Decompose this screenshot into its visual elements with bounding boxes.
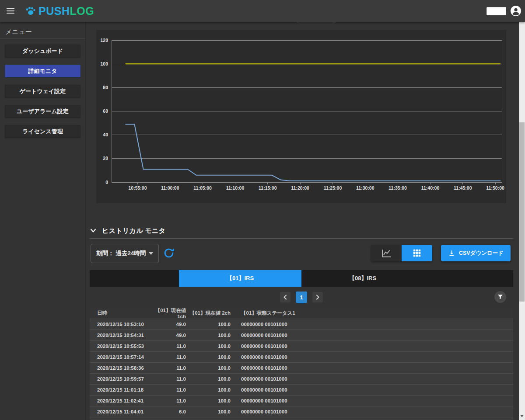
table-row: 2020/12/15 10:58:3611.0100.000000000 001… xyxy=(90,362,513,373)
filter-button[interactable] xyxy=(494,291,506,303)
svg-text:11:30:00: 11:30:00 xyxy=(356,185,374,191)
prev-page-button[interactable] xyxy=(280,292,290,302)
csv-download-label: CSVダウンロード xyxy=(459,250,504,257)
svg-text:120: 120 xyxy=(100,38,108,43)
sidebar-title: メニュー xyxy=(0,22,85,38)
collapsed-panel-button-partial[interactable] xyxy=(297,22,336,23)
next-page-button[interactable] xyxy=(312,292,323,302)
realtime-line-chart: 02040608010012010:55:0011:00:0011:05:001… xyxy=(96,30,506,205)
svg-text:11:05:00: 11:05:00 xyxy=(193,185,212,191)
paw-icon xyxy=(24,5,37,17)
svg-text:0: 0 xyxy=(105,180,108,185)
main-content: 02040608010012010:55:0011:00:0011:05:001… xyxy=(86,22,519,420)
chart-view-button[interactable] xyxy=(371,245,402,261)
hamburger-menu-icon[interactable] xyxy=(5,5,17,17)
account-icon[interactable] xyxy=(510,5,522,17)
svg-text:10:55:00: 10:55:00 xyxy=(128,185,147,191)
svg-text:20: 20 xyxy=(103,156,108,161)
section-divider xyxy=(90,238,513,239)
historical-title: ヒストリカル モニタ xyxy=(102,227,165,235)
svg-text:11:35:00: 11:35:00 xyxy=(388,185,407,191)
column-header: 日時 xyxy=(90,310,154,316)
grid-icon xyxy=(413,249,421,257)
svg-text:11:20:00: 11:20:00 xyxy=(291,185,309,191)
tab[interactable]: 【08】IRS xyxy=(301,270,424,287)
svg-text:11:25:00: 11:25:00 xyxy=(324,185,342,191)
view-toggle xyxy=(371,245,432,261)
svg-text:80: 80 xyxy=(103,85,108,90)
historical-section-header: ヒストリカル モニタ xyxy=(90,226,165,236)
header-white-button[interactable] xyxy=(486,7,506,15)
tab-bar: 【01】IRS【08】IRS xyxy=(90,270,513,287)
page-scrollbar[interactable] xyxy=(519,22,525,420)
table-row: 2020/12/15 10:59:5711.0100.000000000 001… xyxy=(90,373,513,384)
svg-text:100: 100 xyxy=(100,61,108,66)
chevron-down-icon[interactable] xyxy=(90,228,97,234)
table-body: 2020/12/15 10:53:1049.0100.000000000 001… xyxy=(90,319,513,417)
sidebar-item[interactable]: 詳細モニタ xyxy=(5,65,80,77)
tab[interactable]: 【01】IRS xyxy=(179,270,301,287)
scrollbar-thumb[interactable] xyxy=(519,122,525,302)
svg-text:60: 60 xyxy=(103,108,108,114)
sidebar: メニュー ダッシュボード詳細モニタゲートウェイ設定ユーザアラーム設定ライセンス管… xyxy=(0,22,86,420)
app-logo: PUSHLOG xyxy=(24,5,94,17)
sidebar-item[interactable]: ゲートウェイ設定 xyxy=(5,85,80,97)
table-row: 2020/12/15 11:02:4111.0100.000000000 001… xyxy=(90,395,513,406)
line-chart-icon xyxy=(381,247,392,259)
svg-text:11:00:00: 11:00:00 xyxy=(161,185,179,191)
table-row: 2020/12/15 10:54:3149.0100.000000000 001… xyxy=(90,330,513,340)
logo-text-secondary: LOG xyxy=(70,5,94,17)
table-row: 2020/12/15 10:53:1049.0100.000000000 001… xyxy=(90,319,513,330)
column-header: 【01】現在値 1ch xyxy=(154,307,186,319)
svg-text:40: 40 xyxy=(103,132,108,137)
table-row-partial xyxy=(90,417,513,420)
sidebar-item[interactable]: ダッシュボード xyxy=(5,45,80,57)
table-row: 2020/12/15 11:04:016.0100.000000000 0010… xyxy=(90,406,513,417)
chevron-right-icon xyxy=(315,294,320,300)
svg-text:11:50:00: 11:50:00 xyxy=(486,185,504,191)
column-header: 【01】現在値 2ch xyxy=(186,310,231,316)
table-view-button[interactable] xyxy=(402,245,432,261)
table-row: 2020/12/15 10:57:1411.0100.000000000 001… xyxy=(90,351,513,362)
current-page-button[interactable]: 1 xyxy=(296,292,307,303)
svg-text:11:45:00: 11:45:00 xyxy=(454,185,472,191)
svg-text:11:10:00: 11:10:00 xyxy=(226,185,245,191)
table-header-row: 日時【01】現在値 1ch【01】現在値 2ch【01】状態ステータス1 xyxy=(90,307,513,319)
sidebar-item[interactable]: ライセンス管理 xyxy=(5,125,80,138)
table-row: 2020/12/15 11:01:1811.0100.000000000 001… xyxy=(90,384,513,395)
download-icon xyxy=(448,250,455,257)
realtime-chart-panel: 02040608010012010:55:0011:00:0011:05:001… xyxy=(96,30,506,203)
data-table: 日時【01】現在値 1ch【01】現在値 2ch【01】状態ステータス1 202… xyxy=(90,307,513,420)
funnel-icon xyxy=(497,294,504,300)
svg-text:11:40:00: 11:40:00 xyxy=(421,185,440,191)
table-row: 2020/12/15 10:55:5311.0100.000000000 001… xyxy=(90,340,513,351)
column-header: 【01】状態ステータス1 xyxy=(231,310,513,316)
scrollbar-down-arrow-icon[interactable] xyxy=(520,415,524,417)
csv-download-button[interactable]: CSVダウンロード xyxy=(441,245,511,261)
period-select[interactable]: 期間： 過去24時間 xyxy=(91,244,159,263)
logo-text-primary: PUSH xyxy=(38,5,70,17)
pagination: 1 xyxy=(90,289,513,305)
period-select-label: 期間： 過去24時間 xyxy=(96,250,146,257)
app-header: PUSHLOG xyxy=(0,0,525,22)
svg-text:11:15:00: 11:15:00 xyxy=(259,185,277,191)
chevron-down-icon xyxy=(149,252,153,255)
sidebar-item[interactable]: ユーザアラーム設定 xyxy=(5,105,80,118)
chevron-left-icon xyxy=(283,294,288,300)
sidebar-nav: ダッシュボード詳細モニタゲートウェイ設定ユーザアラーム設定ライセンス管理 xyxy=(0,39,85,138)
refresh-icon[interactable] xyxy=(163,247,175,259)
